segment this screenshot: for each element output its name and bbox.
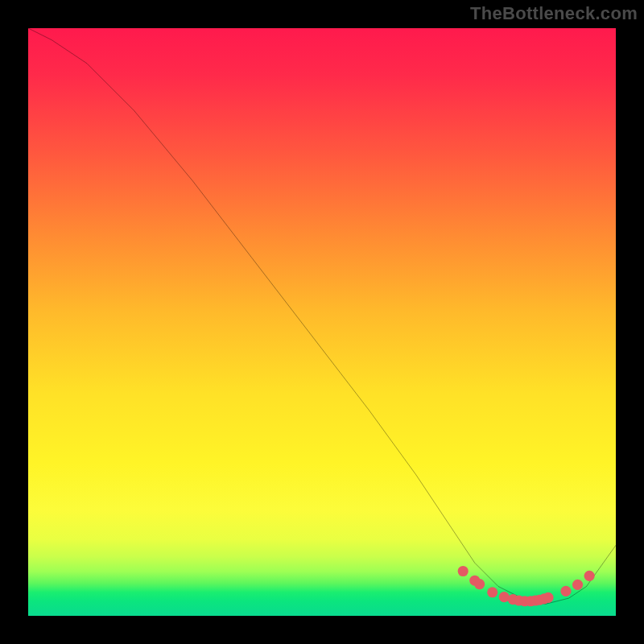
marker-dot [543,592,553,603]
chart-frame: TheBottleneck.com [0,0,644,644]
marker-dot [458,566,469,576]
marker-dot [584,571,595,581]
plot-area [28,28,616,616]
chart-svg [28,28,616,616]
marker-dot [572,580,583,590]
marker-dot [560,586,571,597]
marker-dot [487,587,497,597]
marker-dot [474,579,485,589]
marker-group [458,566,595,606]
watermark-text: TheBottleneck.com [470,3,638,24]
curve-line [28,28,616,604]
